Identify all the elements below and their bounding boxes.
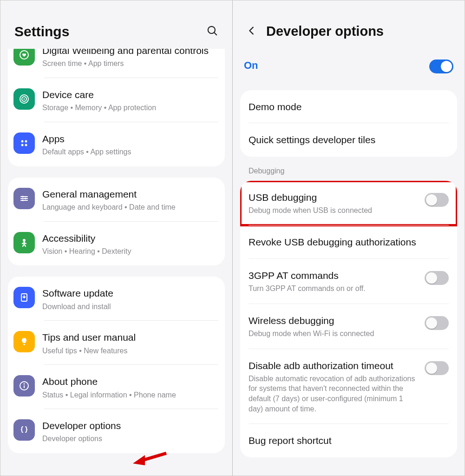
settings-row-text: Tips and user manualUseful tips • New fe… xyxy=(42,330,218,356)
settings-row-subtitle: Language and keyboard • Date and time xyxy=(42,202,218,212)
debugging-card: USB debuggingDebug mode when USB is conn… xyxy=(240,181,457,457)
svg-point-5 xyxy=(23,98,25,99)
settings-row-subtitle: Useful tips • New features xyxy=(42,346,218,356)
toggle[interactable] xyxy=(425,271,449,285)
settings-row-subtitle: Download and install xyxy=(42,302,218,312)
svg-marker-23 xyxy=(133,455,145,465)
settings-row-bulb[interactable]: Tips and user manualUseful tips • New fe… xyxy=(8,321,225,365)
settings-row-apps[interactable]: AppsDefault apps • App settings xyxy=(8,122,225,166)
back-icon[interactable] xyxy=(247,26,257,38)
dev-row-title: USB debugging xyxy=(249,191,418,204)
settings-row-text: General managementLanguage and keyboard … xyxy=(42,187,218,212)
svg-line-22 xyxy=(141,453,166,461)
dev-row[interactable]: Bug report shortcut xyxy=(240,424,457,457)
settings-row-title: Digital Wellbeing and parental controls xyxy=(42,49,218,57)
dev-row-title: Wireless debugging xyxy=(249,314,418,327)
spiral-icon xyxy=(13,88,35,110)
svg-point-0 xyxy=(208,26,215,33)
settings-pane: Settings Digital Wellbeing and parental … xyxy=(0,0,232,476)
settings-row-sliders[interactable]: General managementLanguage and keyboard … xyxy=(8,178,225,222)
dev-row-title: Disable adb authorization timeout xyxy=(249,359,418,372)
developer-header: Developer options xyxy=(233,0,465,46)
settings-row-subtitle: Developer options xyxy=(42,434,218,444)
section-header-debugging: Debugging xyxy=(233,157,465,178)
toggle[interactable] xyxy=(425,316,449,330)
svg-point-14 xyxy=(25,198,26,199)
dev-row[interactable]: Disable adb authorization timeoutDisable… xyxy=(240,349,457,424)
settings-row-heart[interactable]: Digital Wellbeing and parental controlsS… xyxy=(8,49,225,78)
settings-row-subtitle: Status • Legal information • Phone name xyxy=(42,390,218,400)
settings-row-subtitle: Storage • Memory • App protection xyxy=(42,103,218,113)
settings-row-title: Accessibility xyxy=(42,232,218,245)
svg-point-8 xyxy=(21,144,24,146)
svg-point-15 xyxy=(22,199,24,201)
dev-row-title: 3GPP AT commands xyxy=(249,269,418,282)
settings-row-text: AppsDefault apps • App settings xyxy=(42,132,218,157)
dev-row-title: Bug report shortcut xyxy=(249,434,449,447)
svg-point-7 xyxy=(25,140,27,142)
svg-line-1 xyxy=(214,33,216,35)
svg-point-6 xyxy=(21,140,24,142)
dev-row-subtitle: Turn 3GPP AT commands on or off. xyxy=(249,284,418,294)
braces-icon xyxy=(13,419,35,441)
dev-row[interactable]: Quick settings developer tiles xyxy=(240,123,457,156)
dev-row[interactable]: USB debuggingDebug mode when USB is conn… xyxy=(240,181,457,226)
settings-row-title: About phone xyxy=(42,375,218,388)
settings-row-title: General management xyxy=(42,188,218,200)
settings-row-text: Digital Wellbeing and parental controlsS… xyxy=(42,49,218,69)
page-title: Settings xyxy=(14,24,69,40)
dev-row-subtitle: Disable automatic revocation of adb auth… xyxy=(249,374,418,414)
search-icon[interactable] xyxy=(206,25,218,39)
settings-row-spiral[interactable]: Device careStorage • Memory • App protec… xyxy=(8,78,225,122)
settings-row-braces[interactable]: Developer optionsDeveloper options xyxy=(8,409,225,453)
svg-rect-21 xyxy=(24,385,25,388)
settings-row-title: Apps xyxy=(42,132,218,145)
settings-row-title: Developer options xyxy=(42,419,218,432)
svg-point-20 xyxy=(24,383,25,385)
svg-point-9 xyxy=(25,144,27,146)
toggle[interactable] xyxy=(425,193,449,207)
sliders-icon xyxy=(13,188,35,209)
settings-row-text: Developer optionsDeveloper options xyxy=(42,418,218,444)
settings-row-text: Device careStorage • Memory • App protec… xyxy=(42,87,218,113)
developer-top-card: Demo modeQuick settings developer tiles xyxy=(240,90,457,157)
dev-row[interactable]: Revoke USB debugging authorizations xyxy=(240,225,457,258)
settings-header: Settings xyxy=(0,0,232,53)
bulb-icon xyxy=(13,331,35,352)
dev-row-subtitle: Debug mode when Wi-Fi is connected xyxy=(249,329,418,339)
dev-row-subtitle: Debug mode when USB is connected xyxy=(249,205,418,216)
settings-row-title: Device care xyxy=(42,88,218,101)
settings-row-download[interactable]: Software updateDownload and install xyxy=(8,277,225,321)
settings-card: Software updateDownload and installTips … xyxy=(8,277,225,453)
settings-row-text: AccessibilityVision • Hearing • Dexterit… xyxy=(42,231,218,257)
settings-row-info[interactable]: About phoneStatus • Legal information • … xyxy=(8,365,225,409)
settings-row-text: Software updateDownload and install xyxy=(42,286,218,311)
master-toggle[interactable] xyxy=(429,60,453,73)
settings-card: General managementLanguage and keyboard … xyxy=(8,178,225,266)
dev-row[interactable]: 3GPP AT commandsTurn 3GPP AT commands on… xyxy=(240,259,457,304)
settings-row-title: Tips and user manual xyxy=(42,331,218,344)
settings-row-text: About phoneStatus • Legal information • … xyxy=(42,374,218,400)
heart-icon xyxy=(13,49,35,66)
svg-rect-18 xyxy=(23,344,25,345)
settings-row-title: Software update xyxy=(42,287,218,299)
dev-row-title: Quick settings developer tiles xyxy=(249,133,449,146)
settings-row-subtitle: Screen time • App timers xyxy=(42,59,218,69)
settings-row-subtitle: Default apps • App settings xyxy=(42,147,218,157)
page-title: Developer options xyxy=(266,24,384,39)
apps-icon xyxy=(13,132,35,154)
dev-row[interactable]: Demo mode xyxy=(240,90,457,123)
person-icon xyxy=(13,232,35,253)
developer-options-pane: Developer options On Demo modeQuick sett… xyxy=(233,0,465,476)
svg-point-13 xyxy=(22,196,24,198)
master-toggle-label: On xyxy=(244,60,258,72)
settings-card: Digital Wellbeing and parental controlsS… xyxy=(8,49,225,166)
settings-row-subtitle: Vision • Hearing • Dexterity xyxy=(42,246,218,257)
dev-row-title: Demo mode xyxy=(249,100,449,113)
toggle[interactable] xyxy=(425,361,449,375)
settings-row-person[interactable]: AccessibilityVision • Hearing • Dexterit… xyxy=(8,222,225,266)
download-icon xyxy=(13,287,35,308)
master-toggle-row[interactable]: On xyxy=(233,46,465,87)
info-icon xyxy=(13,375,35,397)
dev-row[interactable]: Wireless debuggingDebug mode when Wi-Fi … xyxy=(240,304,457,349)
